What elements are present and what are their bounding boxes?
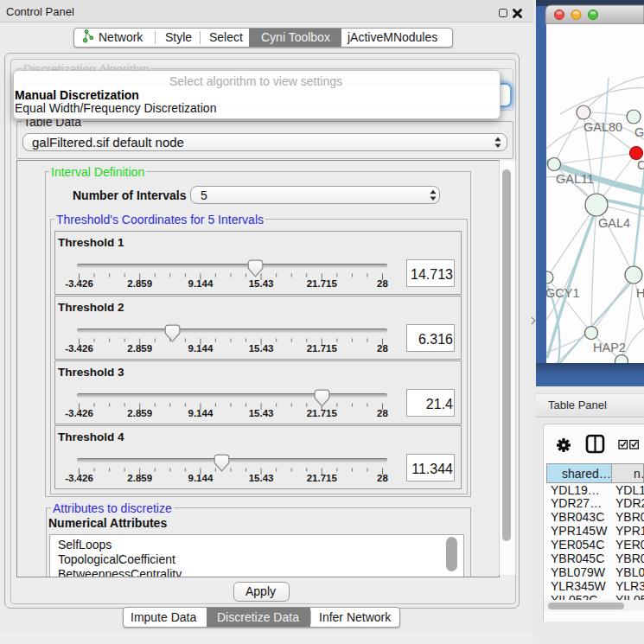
svg-text:GAL80: GAL80 [583,120,622,134]
svg-text:CY: CY [637,158,644,172]
svg-text:HAP2: HAP2 [593,341,626,354]
svg-text:GCY1: GCY1 [545,286,580,300]
svg-text:GAL11: GAL11 [556,172,594,186]
svg-text:GA: GA [634,125,644,139]
svg-text:HI: HI [636,286,644,300]
svg-text:GAL4: GAL4 [598,216,630,230]
